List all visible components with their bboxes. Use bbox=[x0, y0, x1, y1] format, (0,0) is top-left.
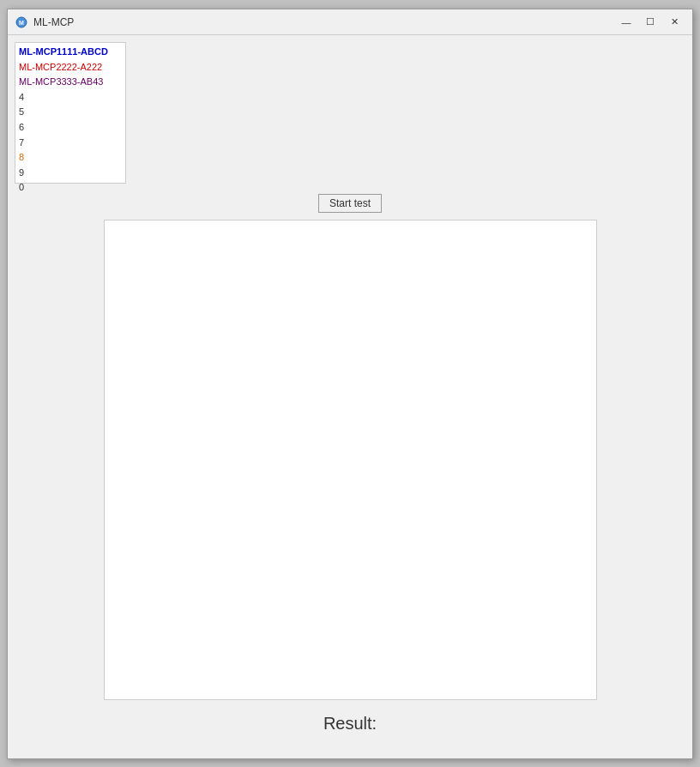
svg-text:M: M bbox=[19, 20, 24, 26]
minimize-button[interactable]: — bbox=[615, 14, 637, 31]
start-test-button[interactable]: Start test bbox=[318, 194, 382, 213]
center-area: Start test Result: bbox=[15, 190, 685, 752]
app-icon: M bbox=[15, 15, 28, 29]
window-title: ML-MCP bbox=[33, 16, 74, 28]
main-window: M ML-MCP — ☐ ✕ ML-MCP1111-ABCD ML-MCP222… bbox=[7, 9, 693, 759]
title-bar-left: M ML-MCP bbox=[15, 15, 74, 29]
list-item: ML-MCP3333-AB43 bbox=[19, 75, 122, 90]
list-item: ML-MCP1111-ABCD bbox=[19, 45, 122, 60]
items-list[interactable]: ML-MCP1111-ABCD ML-MCP2222-A222 ML-MCP33… bbox=[15, 42, 126, 184]
list-item: 4 bbox=[19, 90, 122, 106]
list-item: 9 bbox=[19, 166, 122, 181]
result-label: Result: bbox=[15, 707, 685, 740]
close-button[interactable]: ✕ bbox=[663, 14, 685, 31]
list-item: 7 bbox=[19, 136, 122, 151]
list-item: 6 bbox=[19, 120, 122, 136]
title-bar: M ML-MCP — ☐ ✕ bbox=[8, 9, 692, 35]
window-content: ML-MCP1111-ABCD ML-MCP2222-A222 ML-MCP33… bbox=[8, 35, 692, 758]
list-item: ML-MCP2222-A222 bbox=[19, 60, 122, 75]
display-panel bbox=[104, 220, 597, 700]
list-item: 8 bbox=[19, 150, 122, 166]
window-controls: — ☐ ✕ bbox=[615, 14, 685, 31]
list-item: 5 bbox=[19, 105, 122, 120]
maximize-button[interactable]: ☐ bbox=[639, 14, 661, 31]
